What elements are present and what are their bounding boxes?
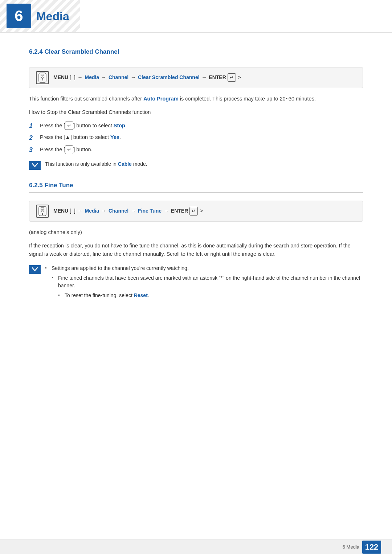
chapter-box: 6 (7, 4, 31, 28)
body-text-624-1: This function filters out scrambled chan… (29, 95, 363, 103)
enter-icon-step1: ↵ (65, 122, 73, 130)
step-624-3: 3 Press the [↵] button. (29, 145, 363, 155)
section-625-heading: 6.2.5 Fine Tune (29, 181, 363, 193)
enter-icon-625: ↵ (189, 207, 198, 216)
note-item-625-2: ▪ Fine tuned channels that have been sav… (45, 274, 363, 290)
remote-icon (36, 71, 49, 84)
note-icon-624 (29, 161, 41, 170)
note-item-625-3: ▪ To reset the fine-tuning, select Reset… (45, 292, 363, 299)
svg-rect-3 (42, 79, 43, 80)
step-624-2: 2 Press the [▲] button to select Yes. (29, 134, 363, 143)
note-icon-625 (29, 265, 41, 274)
header-bar: 6 Media (0, 0, 392, 33)
page-footer: 6 Media 122 (0, 539, 392, 554)
svg-rect-8 (42, 213, 43, 214)
remote-icon-625 (36, 205, 49, 218)
menu-path-624-text: MENU [ ] → Media → Channel → Clear Scram… (53, 73, 242, 82)
menu-path-624: MENU [ ] → Media → Channel → Clear Scram… (29, 67, 363, 88)
body-sub-625: (analog channels only) (29, 228, 363, 237)
svg-rect-9 (42, 214, 43, 215)
menu-path-625: MENU [ ] → Media → Channel → Fine Tune →… (29, 201, 363, 222)
svg-point-2 (42, 77, 44, 78)
section-624-heading: 6.2.4 Clear Scrambled Channel (29, 47, 363, 59)
footer-label: 6 Media (343, 543, 359, 551)
enter-icon-624: ↵ (228, 73, 236, 82)
menu-path-625-text: MENU [ ] → Media → Channel → Fine Tune →… (53, 207, 204, 216)
note-624: This function is only available in Cable… (29, 160, 363, 170)
note-item-625-1: ▪ Settings are applied to the channel yo… (45, 264, 363, 272)
svg-point-7 (42, 210, 44, 212)
body-main-625: If the reception is clear, you do not ha… (29, 242, 363, 258)
enter-icon-step3: ↵ (65, 145, 73, 154)
step-624-1: 1 Press the [↵] button to select Stop. (29, 122, 363, 131)
chapter-number: 6 (15, 8, 23, 24)
note-text-624: This function is only available in Cable… (45, 160, 147, 168)
svg-rect-4 (42, 81, 43, 81)
footer-text: 6 Media 122 (343, 541, 381, 554)
svg-rect-6 (41, 208, 44, 209)
main-content: 6.2.4 Clear Scrambled Channel MENU [ ] →… (0, 33, 392, 329)
chapter-title: Media (36, 8, 69, 25)
note-items-625: ▪ Settings are applied to the channel yo… (45, 264, 363, 301)
footer-page: 122 (362, 541, 381, 554)
steps-624: 1 Press the [↵] button to select Stop. 2… (29, 122, 363, 155)
note-625: ▪ Settings are applied to the channel yo… (29, 264, 363, 301)
body-text-624-2: How to Stop the Clear Scrambled Channels… (29, 108, 363, 116)
svg-rect-1 (41, 74, 44, 76)
